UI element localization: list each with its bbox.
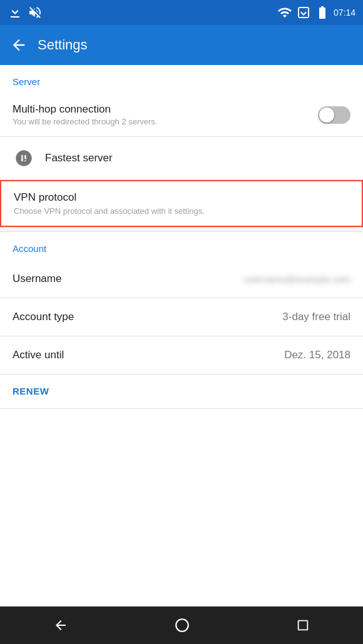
back-arrow-icon <box>10 36 28 54</box>
svg-rect-1 <box>299 621 308 630</box>
status-bar-right-icons: 07:14 <box>277 5 355 20</box>
nav-home-icon <box>174 617 190 633</box>
status-bar: 07:14 <box>0 0 363 25</box>
vpn-protocol-subtitle: Choose VPN protocol and associated with … <box>14 206 349 216</box>
nav-back-button[interactable] <box>53 618 68 633</box>
download-icon <box>8 5 23 20</box>
username-value: username@example.com <box>243 274 350 284</box>
nav-back-icon <box>53 618 68 633</box>
server-section-header: Server <box>0 65 363 93</box>
toggle-thumb <box>319 108 334 123</box>
time-display: 07:14 <box>334 8 355 18</box>
toggle-track <box>318 106 350 124</box>
multi-hop-toggle[interactable] <box>318 106 350 124</box>
username-item: Username username@example.com <box>0 260 363 298</box>
nav-home-button[interactable] <box>174 617 190 633</box>
multi-hop-title: Multi-hop connection <box>13 103 318 116</box>
no-sound-icon <box>28 5 43 20</box>
server-speed-icon <box>13 147 35 169</box>
renew-item[interactable]: RENEW <box>0 375 363 409</box>
settings-content: Server Multi-hop connection You will be … <box>0 65 363 606</box>
renew-button[interactable]: RENEW <box>13 386 49 396</box>
fastest-server-title: Fastest server <box>45 152 113 164</box>
section-divider <box>0 227 363 232</box>
nav-recent-button[interactable] <box>296 618 310 632</box>
wifi-icon <box>277 5 292 20</box>
svg-point-0 <box>176 619 188 631</box>
battery-icon <box>315 5 330 20</box>
multi-hop-setting[interactable]: Multi-hop connection You will be redirec… <box>0 93 363 137</box>
fastest-server-item[interactable]: Fastest server <box>0 137 363 180</box>
account-type-label: Account type <box>13 311 74 323</box>
bottom-nav-bar <box>0 606 363 644</box>
nav-recent-icon <box>296 618 310 632</box>
back-button[interactable] <box>10 36 28 54</box>
account-type-item: Account type 3-day free trial <box>0 298 363 336</box>
active-until-item: Active until Dez. 15, 2018 <box>0 336 363 375</box>
vpn-protocol-title: VPN protocol <box>14 191 349 204</box>
multi-hop-subtitle: You will be redirected through 2 servers… <box>13 117 318 126</box>
account-type-value: 3-day free trial <box>282 311 350 323</box>
account-section-header: Account <box>0 232 363 260</box>
status-bar-left-icons <box>8 5 43 20</box>
signal-icon <box>296 5 311 20</box>
active-until-value: Dez. 15, 2018 <box>284 349 350 361</box>
page-title: Settings <box>38 37 88 53</box>
top-bar: Settings <box>0 25 363 65</box>
username-label: Username <box>13 273 61 285</box>
vpn-protocol-item[interactable]: VPN protocol Choose VPN protocol and ass… <box>0 180 363 227</box>
active-until-label: Active until <box>13 349 64 361</box>
